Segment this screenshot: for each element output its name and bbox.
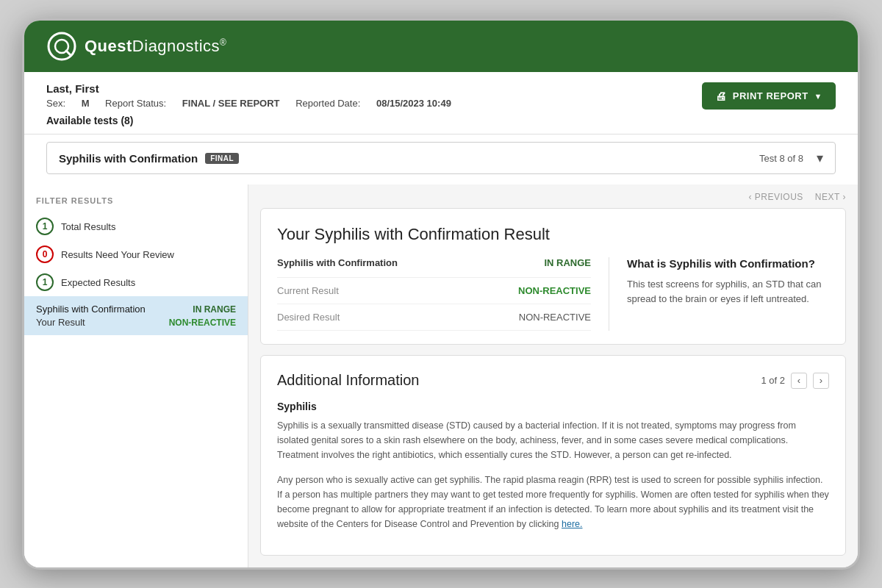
test-counter: Test 8 of 8	[759, 153, 803, 164]
final-badge: FINAL	[205, 153, 239, 164]
page-counter: 1 of 2	[761, 375, 785, 386]
needs-review-badge: 0	[36, 245, 54, 263]
logo-light: Diagnostics	[132, 37, 220, 55]
sidebar-test-item-syphilis[interactable]: Syphilis with Confirmation IN RANGE Your…	[24, 296, 248, 335]
page-next-button[interactable]: ›	[813, 373, 829, 389]
info-section-title: Syphilis	[277, 401, 829, 412]
result-table: Syphilis with Confirmation IN RANGE Curr…	[277, 257, 591, 331]
report-status: Report Status: FINAL / SEE REPORT	[105, 98, 279, 109]
info-paragraph-2-text: Any person who is sexually active can ge…	[277, 475, 829, 529]
sidebar-test-item-row-1: Syphilis with Confirmation IN RANGE	[36, 304, 236, 315]
svg-line-2	[66, 51, 71, 55]
sidebar-your-result-name: Your Result	[36, 317, 85, 328]
test-selector-bar: Syphilis with Confirmation FINAL Test 8 …	[24, 135, 858, 184]
test-dropdown[interactable]: Syphilis with Confirmation FINAL Test 8 …	[46, 142, 836, 174]
reported-date: Reported Date: 08/15/2023 10:49	[295, 98, 451, 109]
report-status-value: FINAL / SEE REPORT	[182, 98, 280, 109]
device-frame: QuestDiagnostics® Last, First Sex: M Rep…	[22, 18, 860, 570]
current-result-label: Current Result	[277, 278, 473, 304]
available-tests: Available tests (8)	[46, 115, 465, 126]
printer-icon: 🖨	[715, 90, 727, 102]
expected-results-badge: 1	[36, 273, 54, 291]
chevron-down-icon: ▾	[817, 150, 823, 166]
total-results-badge: 1	[36, 218, 54, 235]
logo-area: QuestDiagnostics®	[46, 31, 226, 62]
expected-results-count: 1	[43, 277, 48, 287]
reported-date-value: 08/15/2023 10:49	[376, 98, 451, 109]
print-report-button[interactable]: 🖨 PRINT REPORT ▼	[702, 82, 836, 110]
what-is-text: This test screens for syphilis, an STD t…	[627, 277, 829, 306]
right-panel: ‹ PREVIOUS NEXT › Your Syphilis with Con…	[248, 184, 858, 567]
filter-results-label: FILTER RESULTS	[24, 196, 248, 212]
patient-name: Last, First	[46, 82, 465, 95]
patient-info: Last, First Sex: M Report Status: FINAL …	[46, 82, 465, 126]
sidebar-test-item-row-2: Your Result NON-REACTIVE	[36, 317, 236, 328]
expected-results-label: Expected Results	[61, 277, 135, 288]
logo-bold: Quest	[85, 37, 132, 55]
result-card: Your Syphilis with Confirmation Result S…	[260, 208, 846, 345]
logo-reg: ®	[220, 37, 226, 48]
test-dropdown-right: Test 8 of 8 ▾	[759, 150, 823, 166]
main-content: FILTER RESULTS 1 Total Results 0 Results…	[24, 184, 858, 567]
header: QuestDiagnostics®	[24, 21, 858, 72]
current-result-value: NON-REACTIVE	[473, 278, 591, 304]
info-header: Additional Information 1 of 2 ‹ ›	[277, 372, 829, 389]
result-body: Syphilis with Confirmation IN RANGE Curr…	[277, 257, 829, 331]
chevron-right-icon: ›	[843, 192, 847, 202]
result-table-header-test: Syphilis with Confirmation	[277, 257, 473, 278]
needs-review-label: Results Need Your Review	[61, 249, 174, 260]
sex-value: M	[82, 98, 90, 109]
desired-result-value: NON-REACTIVE	[473, 304, 591, 331]
next-label: NEXT	[815, 192, 840, 202]
patient-bar: Last, First Sex: M Report Status: FINAL …	[24, 72, 858, 135]
info-link[interactable]: here.	[562, 519, 583, 529]
table-row: Current Result NON-REACTIVE	[277, 278, 591, 304]
test-dropdown-left: Syphilis with Confirmation FINAL	[59, 152, 239, 165]
sidebar: FILTER RESULTS 1 Total Results 0 Results…	[24, 184, 248, 567]
sex-label: Sex: M	[46, 98, 89, 109]
patient-meta: Sex: M Report Status: FINAL / SEE REPORT…	[46, 98, 465, 109]
needs-review-count: 0	[43, 249, 48, 259]
info-paragraph-1: Syphilis is a sexually transmitted disea…	[277, 418, 829, 462]
print-button-label: PRINT REPORT	[733, 90, 808, 101]
filter-needs-review[interactable]: 0 Results Need Your Review	[24, 240, 248, 268]
sidebar-test-name: Syphilis with Confirmation	[36, 304, 146, 315]
chevron-left-icon: ‹	[749, 192, 753, 202]
test-name: Syphilis with Confirmation	[59, 152, 198, 165]
chevron-down-icon: ▼	[814, 92, 822, 101]
additional-info-title: Additional Information	[277, 372, 419, 389]
result-table-section: Syphilis with Confirmation IN RANGE Curr…	[277, 257, 591, 331]
previous-label: PREVIOUS	[755, 192, 803, 202]
previous-button[interactable]: ‹ PREVIOUS	[749, 192, 803, 202]
what-is-section: What is Syphilis with Confirmation? This…	[609, 257, 829, 331]
info-paragraph-2: Any person who is sexually active can ge…	[277, 473, 829, 531]
sidebar-test-status: IN RANGE	[193, 304, 236, 315]
table-row: Desired Result NON-REACTIVE	[277, 304, 591, 331]
pagination: 1 of 2 ‹ ›	[761, 373, 829, 389]
total-results-label: Total Results	[61, 221, 115, 232]
total-results-count: 1	[43, 221, 48, 232]
quest-logo-icon	[46, 31, 77, 62]
what-is-title: What is Syphilis with Confirmation?	[627, 257, 829, 270]
filter-expected-results[interactable]: 1 Expected Results	[24, 268, 248, 296]
page-prev-button[interactable]: ‹	[791, 373, 807, 389]
navigation-bar: ‹ PREVIOUS NEXT ›	[260, 184, 846, 208]
desired-result-label: Desired Result	[277, 304, 473, 331]
result-table-header-status: IN RANGE	[473, 257, 591, 278]
result-title: Your Syphilis with Confirmation Result	[277, 225, 829, 244]
next-button[interactable]: NEXT ›	[815, 192, 846, 202]
sidebar-your-result-status: NON-REACTIVE	[169, 318, 236, 328]
logo-text: QuestDiagnostics®	[85, 37, 226, 56]
additional-info-card: Additional Information 1 of 2 ‹ › Syphil…	[260, 355, 846, 556]
filter-total-results[interactable]: 1 Total Results	[24, 212, 248, 240]
